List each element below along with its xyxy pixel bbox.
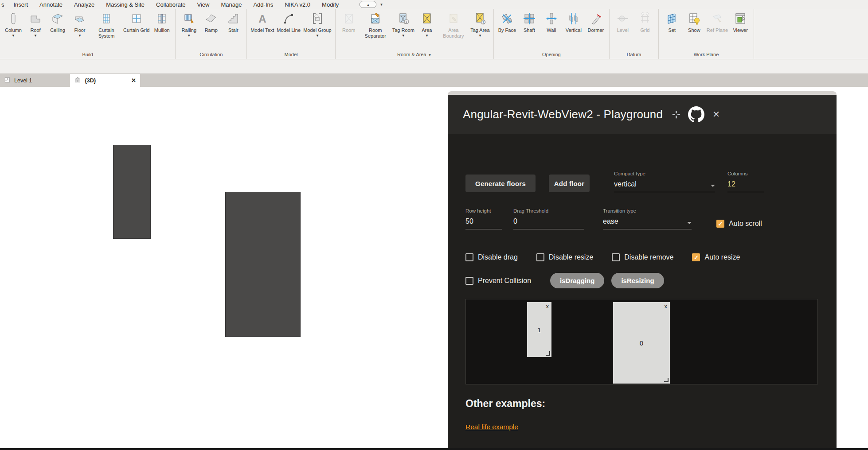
menu-item-add-ins[interactable]: Add-Ins	[247, 1, 279, 8]
ribbon-group-build: Column▼Roof▼CeilingFloor▼Curtain SystemC…	[0, 9, 176, 59]
checkbox-disable-remove[interactable]: Disable remove	[612, 253, 673, 261]
chevron-down-icon[interactable]: ▼	[425, 34, 429, 38]
github-icon[interactable]	[688, 106, 704, 123]
grid-item-0[interactable]: x 0	[613, 302, 670, 384]
tag-area-icon: 1	[473, 11, 488, 26]
columns-input[interactable]: 12	[727, 180, 764, 192]
chevron-down-icon[interactable]: ▼	[316, 34, 319, 38]
is-dragging-chip[interactable]: isDragging	[550, 273, 604, 288]
ribbon-tool-dormer[interactable]: Dormer	[585, 9, 607, 33]
revit-window: sInsertAnnotateAnalyzeMassing & SiteColl…	[0, 0, 868, 450]
resize-handle-icon[interactable]	[664, 378, 669, 382]
close-icon[interactable]: ✕	[712, 109, 720, 120]
area-icon	[419, 11, 434, 26]
ribbon-group-label-room-area[interactable]: Room & Area▼	[338, 51, 491, 59]
ribbon-tool-show[interactable]: Show	[683, 9, 705, 33]
chevron-down-icon[interactable]: ▼	[34, 34, 37, 38]
menu-item-modify[interactable]: Modify	[316, 1, 344, 8]
checkbox-prevent-collision[interactable]: Prevent Collision	[465, 277, 531, 285]
real-life-example-link[interactable]: Real life example	[465, 423, 518, 431]
menu-item-nika-v2-0[interactable]: NIKA v2.0	[279, 1, 316, 8]
menu-item-analyze[interactable]: Analyze	[68, 1, 100, 8]
menu-item-massing-site[interactable]: Massing & Site	[100, 1, 150, 8]
ribbon-tool-column[interactable]: Column▼	[2, 9, 24, 38]
is-resizing-chip[interactable]: isResizing	[611, 273, 664, 288]
ribbon-group-datum: LevelGridDatum	[610, 9, 659, 59]
panel-title: Angular-Revit-WebView2 - Playground	[463, 108, 663, 121]
menu-item-annotate[interactable]: Annotate	[34, 1, 68, 8]
ribbon-tool-model-text[interactable]: AModel Text	[249, 9, 275, 33]
checkbox-label: Disable remove	[624, 253, 673, 261]
menu-item-insert[interactable]: Insert	[8, 1, 34, 8]
ribbon-tool-viewer[interactable]: Viewer	[729, 9, 751, 33]
ribbon-tool-mullion[interactable]: Mullion	[151, 9, 173, 33]
chevron-down-icon[interactable]: ▼	[12, 34, 15, 38]
chevron-down-icon[interactable]: ▼	[187, 34, 191, 38]
menu-item-manage[interactable]: Manage	[215, 1, 247, 8]
ribbon-tool-floor[interactable]: Floor▼	[69, 9, 91, 38]
ribbon: Column▼Roof▼CeilingFloor▼Curtain SystemC…	[0, 9, 868, 59]
ribbon-tool-ceiling[interactable]: Ceiling	[47, 9, 69, 33]
floor-element-small[interactable]	[113, 145, 151, 239]
ribbon-tool-railing[interactable]: Railing▼	[178, 9, 200, 38]
ribbon-tool-curtain-grid[interactable]: Curtain Grid	[122, 9, 151, 33]
ribbon-tool-label: By Face	[498, 27, 516, 33]
tab-3d[interactable]: {3D} ✕	[70, 74, 140, 87]
ribbon-tool-level: Level	[612, 9, 634, 33]
ribbon-tool-label: Tag Area	[470, 27, 489, 33]
ribbon-tool-tag-room[interactable]: 1Tag Room▼	[391, 9, 416, 38]
gridster-playground-area[interactable]: x 1 x 0	[465, 299, 818, 384]
set-icon	[665, 11, 680, 26]
ribbon-group-circulation: Railing▼RampStairCirculation	[176, 9, 247, 59]
playground-panel: Angular-Revit-WebView2 - Playground ✕ Ge…	[448, 91, 837, 450]
tab-level-1[interactable]: Level 1	[0, 74, 70, 87]
ribbon-tool-area[interactable]: Area▼	[416, 9, 438, 38]
panel-top-edge[interactable]	[448, 91, 837, 95]
transition-type-select[interactable]: ease	[603, 217, 692, 229]
grid-item-1[interactable]: x 1	[527, 302, 551, 357]
menu-item-s[interactable]: s	[0, 1, 8, 8]
checkbox-disable-resize[interactable]: Disable resize	[536, 253, 593, 261]
columns-label: Columns	[727, 171, 764, 176]
ribbon-group-model: AModel TextModel LineModel Group▼Model	[247, 9, 335, 59]
ribbon-tool-ramp[interactable]: Ramp	[200, 9, 222, 33]
ribbon-tool-model-group[interactable]: Model Group▼	[302, 9, 333, 38]
resize-handle-icon[interactable]	[546, 351, 550, 356]
checkbox-auto-resize[interactable]: ✓ Auto resize	[692, 253, 740, 261]
ribbon-tool-roof[interactable]: Roof▼	[24, 9, 47, 38]
ribbon-tool-curtain-system[interactable]: Curtain System	[91, 9, 122, 39]
chevron-down-icon[interactable]: ▼	[402, 34, 405, 38]
checkbox-label: Prevent Collision	[478, 277, 531, 285]
tab-close-icon[interactable]: ✕	[131, 77, 136, 84]
shaft-icon	[522, 11, 537, 26]
drag-threshold-input[interactable]: 0	[513, 217, 584, 229]
floor-element-large[interactable]	[225, 192, 301, 337]
chevron-down-icon[interactable]: ▼	[379, 3, 383, 7]
ribbon-tool-label: Show	[688, 27, 700, 33]
move-icon[interactable]	[672, 110, 681, 119]
chevron-down-icon[interactable]: ▼	[78, 34, 82, 38]
ribbon-tool-tag-area[interactable]: 1Tag Area▼	[469, 9, 491, 38]
ribbon-tool-label: Ceiling	[50, 27, 65, 33]
ribbon-tool-wall[interactable]: Wall	[540, 9, 563, 33]
row-height-input[interactable]: 50	[465, 217, 502, 229]
ribbon-collapse-control[interactable]: ▲ ▼	[360, 1, 383, 8]
compact-type-select[interactable]: vertical	[614, 180, 715, 192]
generate-floors-button[interactable]: Generate floors	[465, 175, 536, 192]
ribbon-tool-by-face[interactable]: By Face	[496, 9, 518, 33]
ribbon-tool-set[interactable]: Set	[661, 9, 683, 33]
checkbox-auto-scroll[interactable]: ✓ Auto scroll	[716, 220, 762, 228]
tab-label: {3D}	[85, 78, 96, 84]
checkbox-disable-drag[interactable]: Disable drag	[465, 253, 518, 261]
add-floor-button[interactable]: Add floor	[549, 175, 590, 192]
chevron-down-icon[interactable]: ▼	[478, 34, 482, 38]
ribbon-tool-model-line[interactable]: Model Line	[275, 9, 302, 33]
menu-item-collaborate[interactable]: Collaborate	[150, 1, 192, 8]
ribbon-collapse-icon[interactable]: ▲	[360, 1, 376, 8]
roof-icon	[28, 11, 43, 26]
ribbon-tool-stair[interactable]: Stair	[222, 9, 244, 33]
menu-item-view[interactable]: View	[192, 1, 215, 8]
ribbon-tool-shaft[interactable]: Shaft	[518, 9, 540, 33]
ribbon-tool-vertical[interactable]: Vertical	[563, 9, 585, 33]
ribbon-tool-room-separator[interactable]: Room Separator	[360, 9, 391, 39]
